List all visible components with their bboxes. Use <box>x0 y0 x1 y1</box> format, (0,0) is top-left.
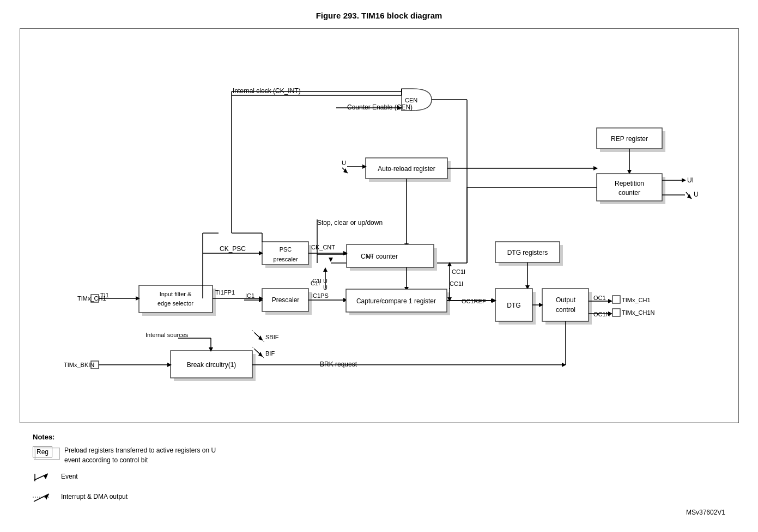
timx-bkin-label: TIMx_BKIN <box>64 362 94 368</box>
timx-ch1n-out-label: TIMx_CH1N <box>622 309 655 316</box>
and-gate-label: CEN <box>405 97 417 103</box>
ck-cnt-label: CK_CNT <box>311 244 335 250</box>
figure-title: Figure 293. TIM16 block diagram <box>16 11 742 20</box>
reg-note-text: Preload registers transferred to active … <box>64 445 217 465</box>
sbif-label: SBIF <box>265 334 279 340</box>
svg-marker-33 <box>608 311 613 316</box>
psc-label-line1: PSC <box>279 246 292 253</box>
timx-ch1-out-label: TIMx_CH1 <box>622 297 651 303</box>
auto-reload-label: Auto-reload register <box>378 165 435 173</box>
timx-ch1-out-box <box>613 296 620 303</box>
cc1i-label: CC1I <box>450 280 463 287</box>
counter-enable-label: Counter Enable (CEN) <box>347 103 413 111</box>
event-label: Event <box>61 472 78 481</box>
repetition-counter-label-line1: Repetition <box>614 180 644 187</box>
svg-marker-64 <box>323 267 328 272</box>
cc1i-up-label: CC1I <box>452 268 465 275</box>
oc1n-label: OC1N <box>593 311 610 317</box>
oc1-label: OC1 <box>593 295 606 301</box>
ic1ps-label: IC1PS <box>311 292 329 299</box>
u-up-label: U <box>323 278 328 284</box>
dtg-registers-label: DTG registers <box>507 249 548 256</box>
u-rep-label: U <box>694 191 699 198</box>
internal-clock-label: Internal clock (CK_INT) <box>233 87 301 95</box>
bif-label: BIF <box>265 350 275 357</box>
internal-sources-label: Internal sources <box>145 332 189 338</box>
reg-note-row: Reg Preload registers transferred to act… <box>33 445 742 465</box>
c1i-arrow-label: C1I <box>312 278 322 284</box>
brk-request-label: BRK request <box>320 360 357 368</box>
interrupt-note-row: Interrupt & DMA output <box>33 492 742 505</box>
rep-register-label: REP register <box>611 135 648 143</box>
oc1ref-label: OC1REF <box>462 298 486 304</box>
input-filter-block <box>139 285 213 313</box>
output-control-label-line2: control <box>555 306 575 314</box>
event-note-row: Event <box>33 472 742 485</box>
svg-marker-65 <box>593 166 598 170</box>
stop-clear-label: Stop, clear or up/down <box>317 219 383 227</box>
diagram-outer: CEN Internal clock (CK_INT) Counter Enab… <box>20 28 739 423</box>
interrupt-icon <box>33 492 54 505</box>
notes-title: Notes: <box>33 433 742 441</box>
page: Figure 293. TIM16 block diagram CEN Inte… <box>0 0 758 532</box>
ic1-label: IC1 <box>245 292 254 299</box>
block-diagram-svg: CEN Internal clock (CK_INT) Counter Enab… <box>20 29 739 421</box>
ti1fp1-label: TI1FP1 <box>215 289 235 296</box>
capture-compare-label: Capture/compare 1 register <box>356 297 435 305</box>
repetition-counter-block <box>597 174 662 201</box>
input-filter-label-line2: edge selector <box>157 300 193 307</box>
repetition-counter-label-line2: counter <box>618 189 640 197</box>
notes-section: Notes: Reg Preload registers transferred… <box>33 433 742 505</box>
timx-ch1n-out-box <box>613 309 620 316</box>
ui-label: UI <box>687 176 694 184</box>
prescaler-label: Prescaler <box>271 296 299 304</box>
output-control-label-line1: Output <box>555 296 575 304</box>
event-icon <box>33 472 54 485</box>
break-circuitry-label: Break circuitry(1) <box>186 361 236 369</box>
svg-marker-32 <box>608 299 613 303</box>
dtg-label: DTG <box>507 302 520 309</box>
output-control-block <box>542 289 589 321</box>
interrupt-label: Interrupt & DMA output <box>61 492 128 502</box>
u-autoreload-label: U <box>342 160 346 166</box>
reg-box: Reg <box>33 447 52 457</box>
svg-marker-8 <box>682 178 686 182</box>
psc-label-line2: prescaler <box>273 256 298 262</box>
svg-marker-63 <box>447 262 452 266</box>
ti1-label: TI1 <box>100 292 109 298</box>
cnt-counter-label: CNT counter <box>361 253 398 260</box>
ck-psc-label: CK_PSC <box>220 245 246 253</box>
version-label: MSv37602V1 <box>686 509 725 516</box>
input-filter-label-line1: Input filter & <box>159 291 191 297</box>
svg-marker-4 <box>329 258 333 262</box>
